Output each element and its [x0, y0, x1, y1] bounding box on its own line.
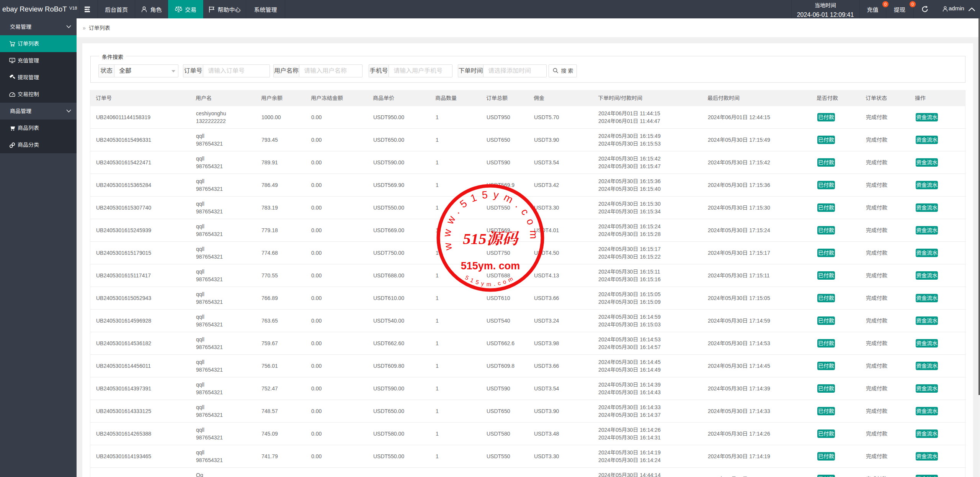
- svg-text:515ym. com: 515ym. com: [461, 260, 520, 272]
- svg-text:515源码: 515源码: [463, 230, 519, 248]
